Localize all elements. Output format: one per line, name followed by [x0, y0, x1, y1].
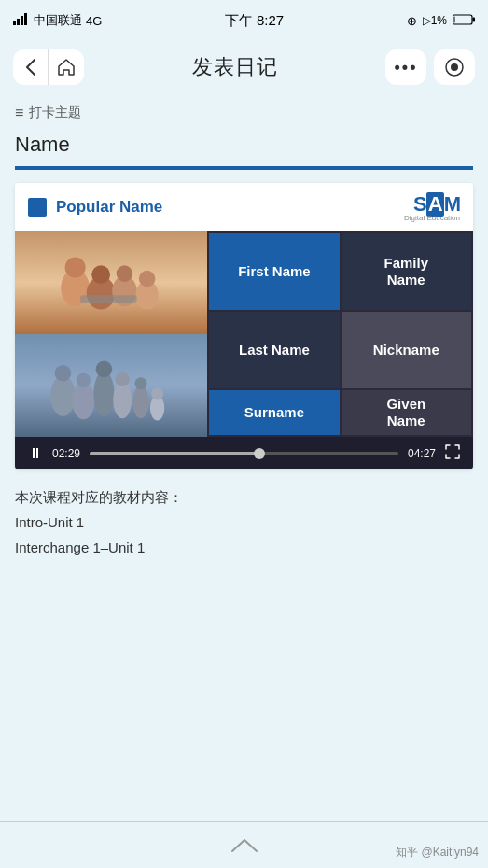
- sam-logo: S A M Digital Education: [404, 192, 460, 222]
- given-name-label: GivenName: [386, 396, 425, 429]
- pause-icon: ⏸: [28, 445, 43, 461]
- more-dots-icon: •••: [395, 58, 418, 77]
- video-card: Popular Name S A M Digital Education: [15, 183, 473, 469]
- watermark: 知乎 @Kaitlyn94: [396, 845, 479, 861]
- total-time: 04:27: [408, 447, 436, 460]
- svg-point-22: [93, 371, 114, 416]
- sam-subtext: Digital Education: [404, 214, 460, 222]
- carrier-label: 中国联通: [34, 12, 82, 29]
- text-labels-grid: First Name FamilyName Last Name Nickname…: [207, 231, 473, 437]
- nav-title: 发表日记: [192, 53, 278, 81]
- svg-rect-6: [454, 16, 455, 22]
- description: 本次课程对应的教材内容： Intro-Unit 1 Interchange 1–…: [15, 484, 473, 560]
- chevron-up-icon[interactable]: [226, 834, 263, 857]
- family-name-label: FamilyName: [384, 255, 429, 288]
- record-button[interactable]: [434, 49, 475, 85]
- nickname-cell: Nickname: [342, 312, 471, 388]
- photo-bottom: [15, 334, 207, 437]
- svg-rect-5: [473, 17, 476, 21]
- svg-rect-0: [13, 21, 16, 25]
- signal-icon: [13, 13, 30, 28]
- nav-right: •••: [385, 49, 475, 85]
- status-bar: 中国联通 4G 下午 8:27 ⊕ ▷1%: [0, 0, 488, 41]
- video-controls: ⏸ 02:29 04:27: [15, 437, 473, 469]
- description-line1: 本次课程对应的教材内容：: [15, 484, 473, 510]
- progress-bar[interactable]: [90, 452, 398, 455]
- svg-point-12: [91, 265, 110, 284]
- svg-rect-3: [24, 13, 27, 25]
- photo-top: [15, 231, 207, 334]
- main-content: ≡ 打卡主题 Name Popular Name S A M Digital E…: [0, 93, 488, 571]
- separator: [15, 166, 473, 170]
- svg-point-18: [50, 375, 75, 416]
- current-time: 02:29: [52, 447, 80, 460]
- card-header: Popular Name S A M Digital Education: [15, 183, 473, 231]
- network-label: 4G: [86, 14, 102, 28]
- first-name-label: First Name: [238, 263, 311, 280]
- last-name-cell: Last Name: [209, 312, 339, 388]
- svg-point-29: [151, 387, 163, 399]
- first-name-cell: First Name: [209, 233, 339, 310]
- battery-bar: [453, 14, 475, 28]
- svg-point-19: [55, 365, 72, 382]
- given-name-cell: GivenName: [342, 390, 471, 435]
- svg-point-25: [116, 372, 130, 386]
- video-thumbnail[interactable]: First Name FamilyName Last Name Nickname…: [15, 231, 473, 437]
- svg-point-23: [96, 361, 113, 378]
- status-time: 下午 8:27: [225, 12, 284, 30]
- svg-point-20: [72, 383, 94, 420]
- svg-rect-4: [453, 15, 472, 24]
- status-left: 中国联通 4G: [13, 12, 102, 29]
- theme-tag: ≡ 打卡主题: [15, 105, 473, 121]
- nickname-label: Nickname: [373, 342, 439, 358]
- last-name-label: Last Name: [239, 342, 310, 358]
- fullscreen-button[interactable]: [445, 444, 460, 462]
- status-right: ⊕ ▷1%: [407, 14, 475, 28]
- back-button[interactable]: [13, 49, 49, 85]
- svg-point-26: [132, 385, 149, 418]
- card-header-left: Popular Name: [28, 198, 162, 217]
- svg-point-16: [139, 271, 156, 287]
- card-title: Popular Name: [56, 198, 162, 217]
- nav-left: [13, 49, 84, 85]
- svg-point-8: [451, 63, 458, 71]
- surname-cell: Surname: [209, 390, 339, 435]
- nav-bar: 发表日记 •••: [0, 41, 488, 93]
- svg-point-24: [113, 382, 132, 419]
- svg-point-21: [77, 373, 91, 387]
- description-line3: Interchange 1–Unit 1: [15, 535, 473, 560]
- location-icon: ⊕: [407, 14, 417, 28]
- home-button[interactable]: [49, 49, 84, 85]
- battery-icon: ▷1%: [423, 14, 447, 27]
- pause-button[interactable]: ⏸: [28, 445, 43, 462]
- photo-grid: [15, 231, 207, 437]
- svg-point-14: [117, 265, 133, 282]
- family-name-cell: FamilyName: [342, 233, 471, 310]
- svg-point-10: [65, 258, 86, 278]
- more-button[interactable]: •••: [385, 49, 426, 85]
- progress-fill: [90, 452, 259, 455]
- progress-dot[interactable]: [254, 448, 265, 459]
- svg-point-27: [134, 377, 146, 389]
- page-title: Name: [15, 133, 473, 157]
- surname-label: Surname: [244, 404, 304, 421]
- theme-label: 打卡主题: [29, 105, 81, 121]
- svg-rect-2: [21, 16, 23, 25]
- svg-rect-17: [80, 295, 137, 303]
- description-line2: Intro-Unit 1: [15, 510, 473, 535]
- blue-square-icon: [28, 198, 47, 217]
- svg-rect-1: [17, 19, 20, 25]
- theme-icon: ≡: [15, 105, 23, 121]
